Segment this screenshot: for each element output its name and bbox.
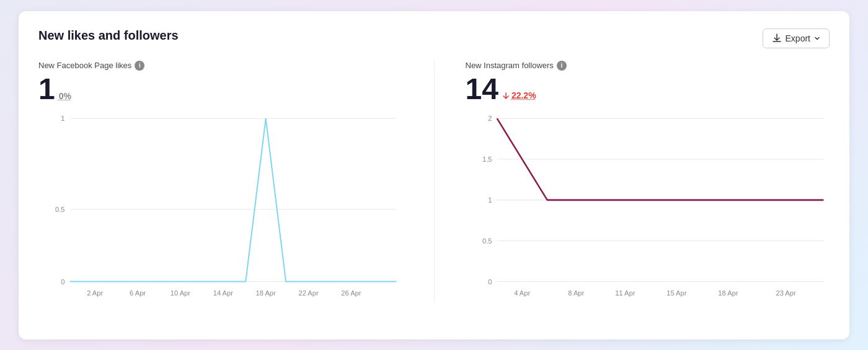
svg-text:18 Apr: 18 Apr <box>718 289 738 296</box>
chevron-down-icon <box>814 35 820 42</box>
charts-row: New Facebook Page likes i 1 0% 1 0.5 <box>38 61 830 302</box>
svg-text:23 Apr: 23 Apr <box>776 289 795 296</box>
main-card: New likes and followers Export New Faceb… <box>19 11 849 339</box>
svg-text:4 Apr: 4 Apr <box>514 289 530 296</box>
facebook-label: New Facebook Page likes i <box>38 61 403 71</box>
svg-text:0: 0 <box>488 278 492 285</box>
svg-text:22 Apr: 22 Apr <box>298 289 318 296</box>
svg-text:2 Apr: 2 Apr <box>87 289 103 296</box>
instagram-chart: 2 1.5 1 0.5 0 4 Apr 8 Apr 11 Apr 15 Apr … <box>466 110 830 302</box>
instagram-info-icon[interactable]: i <box>557 61 567 71</box>
svg-text:15 Apr: 15 Apr <box>666 289 686 296</box>
page-title: New likes and followers <box>38 28 179 43</box>
arrow-down-icon <box>502 92 510 99</box>
facebook-chart: 1 0.5 0 2 Apr 6 Apr 10 Apr 14 Apr 18 Apr… <box>38 110 403 302</box>
svg-text:14 Apr: 14 Apr <box>213 289 233 296</box>
divider <box>434 61 435 302</box>
export-button[interactable]: Export <box>763 28 830 48</box>
instagram-panel: New Instagram followers i 14 22.2% <box>466 61 830 302</box>
facebook-chart-svg: 1 0.5 0 2 Apr 6 Apr 10 Apr 14 Apr 18 Apr… <box>38 110 403 302</box>
facebook-info-icon[interactable]: i <box>135 61 144 71</box>
svg-text:6 Apr: 6 Apr <box>130 289 146 296</box>
svg-text:11 Apr: 11 Apr <box>615 289 635 296</box>
svg-text:2: 2 <box>488 115 492 122</box>
instagram-label: New Instagram followers i <box>466 61 830 71</box>
svg-text:0.5: 0.5 <box>55 206 64 213</box>
card-header: New likes and followers Export <box>38 28 830 48</box>
svg-text:1: 1 <box>61 115 64 122</box>
svg-text:1.5: 1.5 <box>482 155 492 163</box>
facebook-panel: New Facebook Page likes i 1 0% 1 0.5 <box>38 61 403 302</box>
svg-text:0.5: 0.5 <box>482 237 492 244</box>
facebook-change: 0% <box>59 92 71 100</box>
svg-text:8 Apr: 8 Apr <box>568 289 584 296</box>
download-icon <box>772 33 782 43</box>
svg-text:26 Apr: 26 Apr <box>341 289 361 296</box>
facebook-metric: 1 0% <box>38 74 403 104</box>
svg-text:1: 1 <box>488 196 492 203</box>
svg-text:0: 0 <box>61 278 64 285</box>
instagram-chart-svg: 2 1.5 1 0.5 0 4 Apr 8 Apr 11 Apr 15 Apr … <box>466 110 830 302</box>
svg-text:10 Apr: 10 Apr <box>170 289 190 296</box>
facebook-line <box>70 118 397 281</box>
svg-text:18 Apr: 18 Apr <box>256 289 276 296</box>
instagram-metric: 14 22.2% <box>466 74 830 104</box>
instagram-change: 22.2% <box>502 91 536 100</box>
